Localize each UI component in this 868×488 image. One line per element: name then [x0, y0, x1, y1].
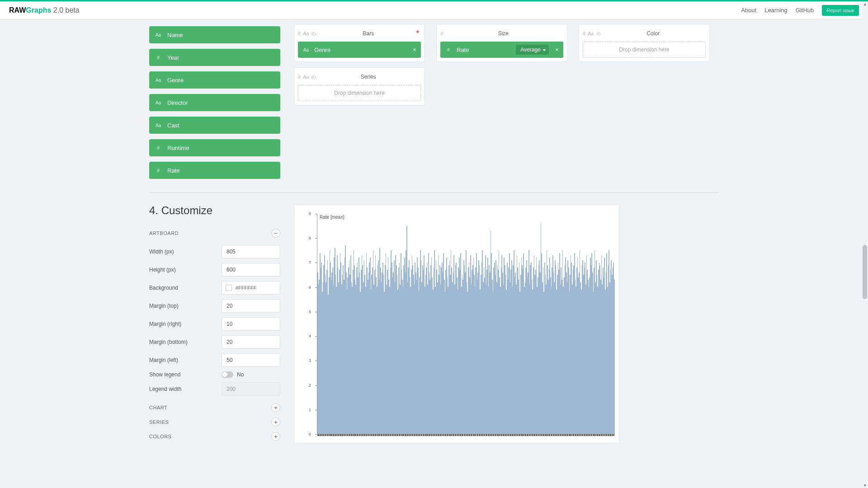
y-tick-label: 9 — [309, 211, 311, 216]
y-tick-label: 6 — [309, 285, 311, 290]
dropzone-placeholder: Drop dimension here — [298, 85, 421, 101]
text-icon: Aa — [303, 31, 309, 36]
control-margin-left: Margin (left) — [149, 353, 280, 367]
dropzone-title: Bars — [316, 30, 421, 37]
margin-left-input[interactable] — [222, 353, 280, 367]
scroll-up-icon[interactable]: ▴ — [863, 1, 867, 7]
dropzone-size[interactable]: # Size # Rate Average × — [436, 24, 567, 62]
vertical-scrollbar[interactable]: ▴ ▾ — [862, 1, 868, 462]
clock-icon: ◴ — [596, 31, 601, 37]
expand-icon[interactable]: + — [271, 418, 280, 427]
control-margin-right: Margin (right) — [149, 317, 280, 331]
y-tick-label: 4 — [309, 334, 311, 338]
color-swatch-icon — [226, 285, 232, 291]
control-legend-width: Legend width — [149, 382, 280, 396]
y-tick-mark — [315, 214, 317, 214]
group-label: ARTBOARD — [149, 230, 179, 236]
chip-label: Genre — [314, 47, 409, 53]
logo[interactable]: RAWGraphs 2.0 beta — [9, 6, 80, 14]
x-tick-mark — [614, 434, 614, 436]
y-tick-mark — [315, 361, 317, 361]
dropzone-chip-rate[interactable]: # Rate Average × — [440, 42, 563, 58]
dim-type-icon: Aa — [155, 78, 162, 83]
nav-learning[interactable]: Learning — [764, 7, 788, 14]
hash-icon: # — [583, 31, 585, 36]
group-label: CHART — [149, 405, 167, 410]
nav-github[interactable]: GitHub — [796, 7, 814, 14]
y-tick-mark — [315, 287, 317, 288]
y-tick-label: 3 — [309, 358, 311, 363]
control-height: Height (px) — [149, 263, 280, 277]
clock-icon: ◴ — [311, 74, 316, 80]
control-label: Legend width — [149, 386, 181, 392]
control-label: Show legend — [149, 371, 180, 378]
y-tick-label: 5 — [309, 310, 311, 314]
dimension-pill-name[interactable]: AaName — [149, 26, 280, 43]
required-asterisk-icon: * — [416, 29, 419, 38]
background-color-picker[interactable]: #FFFFFF — [222, 281, 280, 295]
section-title-customize: 4. Customize — [149, 204, 280, 217]
report-issue-button[interactable]: Report issue — [822, 5, 859, 16]
y-tick-mark — [315, 410, 317, 410]
y-tick-label: 8 — [309, 236, 311, 240]
chip-remove-icon[interactable]: × — [413, 46, 416, 53]
dim-label: Year — [167, 54, 179, 61]
hash-icon: # — [298, 31, 301, 36]
y-tick-label: 7 — [309, 260, 311, 265]
dim-type-icon: Aa — [155, 123, 162, 128]
control-margin-bottom: Margin (bottom) — [149, 335, 280, 349]
dimension-pill-director[interactable]: AaDirector — [149, 94, 280, 111]
dropzone-title: Size — [443, 30, 563, 37]
control-label: Margin (top) — [149, 303, 179, 309]
expand-icon[interactable]: + — [271, 403, 280, 412]
dimension-pill-year[interactable]: #Year — [149, 49, 280, 66]
control-background: Background #FFFFFF — [149, 281, 280, 295]
y-tick-mark — [315, 238, 317, 239]
chip-remove-icon[interactable]: × — [555, 46, 559, 53]
collapse-icon[interactable]: − — [271, 229, 280, 238]
dropzone-placeholder: Drop dimension here — [583, 42, 706, 58]
nav-about[interactable]: About — [741, 7, 756, 14]
dropzone-color[interactable]: # Aa ◴ Color Drop dimension here — [579, 24, 710, 62]
dimension-pill-cast[interactable]: AaCast — [149, 117, 280, 134]
margin-top-input[interactable] — [222, 299, 280, 313]
app-header: RAWGraphs 2.0 beta About Learning GitHub… — [0, 1, 868, 19]
expand-icon[interactable]: + — [271, 432, 280, 441]
y-tick-mark — [315, 385, 317, 386]
dropzone-title: Color — [601, 30, 706, 37]
group-header-colors[interactable]: COLORS + — [149, 429, 280, 444]
dropzone-series[interactable]: # Aa ◴ Series Drop dimension here — [294, 67, 425, 105]
dim-label: Name — [167, 32, 183, 38]
chip-label: Rate — [457, 47, 516, 53]
dimension-pill-genre[interactable]: AaGenre — [149, 71, 280, 89]
control-label: Margin (bottom) — [149, 339, 188, 345]
dropzone-chip-genre[interactable]: Aa Genre × — [298, 42, 421, 58]
chip-type-icon: Aa — [302, 47, 310, 52]
dropzone-bars[interactable]: # Aa ◴ Bars * Aa Genre × — [294, 24, 425, 62]
dim-type-icon: Aa — [155, 100, 162, 105]
toggle-value: No — [237, 371, 244, 378]
dimension-pill-rate[interactable]: #Rate — [149, 162, 280, 179]
top-progress-bar — [0, 0, 868, 1]
dimension-pill-runtime[interactable]: #Runtime — [149, 139, 280, 156]
group-header-artboard[interactable]: ARTBOARD − — [149, 226, 280, 240]
show-legend-toggle[interactable] — [222, 371, 233, 378]
dim-label: Runtime — [167, 145, 189, 151]
width-input[interactable] — [222, 245, 280, 258]
dimension-list: AaName#YearAaGenreAaDirectorAaCast#Runti… — [149, 24, 280, 179]
control-margin-top: Margin (top) — [149, 299, 280, 313]
y-tick-label: 1 — [309, 408, 311, 412]
margin-right-input[interactable] — [222, 317, 280, 331]
group-header-chart[interactable]: CHART + — [149, 400, 280, 415]
margin-bottom-input[interactable] — [222, 335, 280, 349]
chip-aggregation-dropdown[interactable]: Average — [516, 45, 548, 55]
clock-icon: ◴ — [311, 31, 316, 37]
height-input[interactable] — [222, 263, 280, 277]
scrollbar-thumb[interactable] — [863, 245, 867, 299]
dim-type-icon: # — [155, 168, 162, 173]
legend-width-input — [222, 382, 280, 396]
chart-bar — [614, 280, 615, 434]
logo-graphs: Graphs — [26, 6, 51, 14]
hash-icon: # — [298, 74, 301, 80]
group-header-series[interactable]: SERIES + — [149, 415, 280, 429]
